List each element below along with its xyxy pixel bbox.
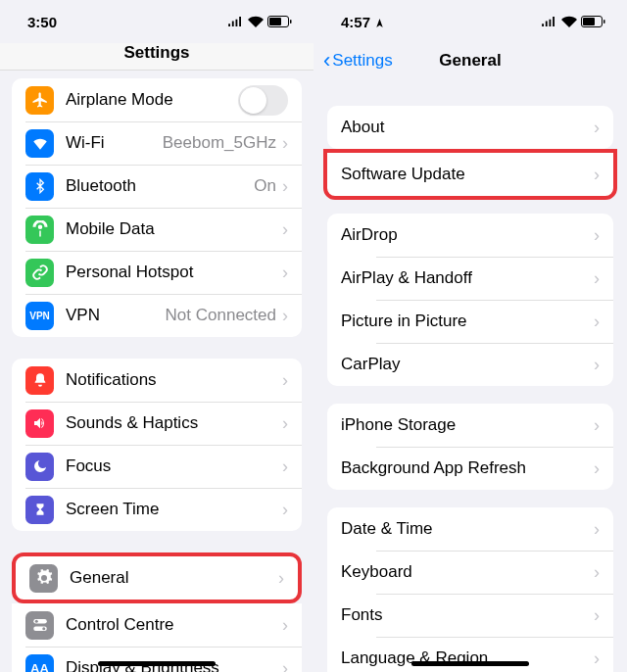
chevron-icon: › [282,370,288,391]
airplane-icon [25,86,54,115]
row-label: AirDrop [341,225,594,245]
chevron-icon: › [282,219,288,240]
chevron-icon: › [594,458,600,479]
chevron-icon: › [594,165,600,185]
chevron-icon: › [594,118,600,138]
control-centre-row[interactable]: Control Centre › [12,603,302,647]
general-list[interactable]: About › Software Update › AirDrop› AirPl… [314,78,627,672]
chevron-icon: › [594,648,600,669]
screentime-row[interactable]: Screen Time › [12,488,302,531]
software-update-highlight: Software Update › [323,149,617,200]
row-label: Notifications [66,370,282,390]
page-title: Settings [0,43,314,71]
svg-point-6 [42,627,45,630]
airplane-toggle[interactable] [238,85,288,116]
gear-icon [29,564,58,593]
sounds-row[interactable]: Sounds & Haptics › [12,402,302,445]
bell-icon [25,366,54,395]
wifi-row[interactable]: Wi-Fi Beebom_5GHz › [12,121,302,165]
status-icons [227,16,292,27]
fonts-row[interactable]: Fonts› [327,594,613,637]
row-value: Beebom_5GHz [163,133,276,153]
back-label: Settings [332,51,392,71]
row-label: Sounds & Haptics [66,413,282,433]
pip-row[interactable]: Picture in Picture› [327,300,613,343]
hotspot-row[interactable]: Personal Hotspot › [12,251,302,294]
background-refresh-row[interactable]: Background App Refresh› [327,447,613,490]
hourglass-icon [25,496,54,524]
row-label: Picture in Picture [341,312,594,331]
row-label: AirPlay & Handoff [341,268,594,288]
row-label: Personal Hotspot [66,263,282,282]
chevron-icon: › [594,415,600,436]
row-label: Keyboard [341,562,594,582]
status-bar: 4:57 [314,0,627,43]
svg-rect-2 [290,20,292,24]
row-label: Background App Refresh [341,458,594,478]
row-label: Focus [66,456,282,476]
home-indicator[interactable] [411,661,529,666]
mobile-data-row[interactable]: Mobile Data › [12,208,302,251]
chevron-left-icon: ‹ [323,50,330,72]
airplane-mode-row[interactable]: Airplane Mode [12,78,302,121]
datetime-row[interactable]: Date & Time› [327,507,613,551]
about-row[interactable]: About › [327,106,613,149]
row-label: Airplane Mode [66,90,238,110]
antenna-icon [25,216,54,244]
chevron-icon: › [282,615,288,636]
row-label: VPN [66,306,166,325]
aa-icon: AA [25,654,54,673]
chevron-icon: › [278,568,284,589]
row-value: Not Connected [166,306,276,325]
svg-rect-20 [583,18,595,25]
chevron-icon: › [594,562,600,583]
svg-rect-1 [269,18,281,25]
home-indicator[interactable] [98,661,216,666]
language-row[interactable]: Language & Region› [327,637,613,672]
general-row[interactable]: General › [16,556,298,600]
keyboard-row[interactable]: Keyboard› [327,551,613,594]
status-time: 3:50 [27,14,57,30]
settings-list[interactable]: Airplane Mode Wi-Fi Beebom_5GHz › Blueto… [0,71,314,672]
moon-icon [25,453,54,481]
bluetooth-icon [25,172,54,201]
software-update-row[interactable]: Software Update › [327,153,613,196]
chevron-icon: › [282,413,288,434]
focus-row[interactable]: Focus › [12,445,302,488]
chevron-icon: › [282,133,288,154]
row-label: Screen Time [66,500,282,519]
wifi-icon [25,129,54,158]
settings-screen: 3:50 Settings Airplane Mode Wi-Fi Beebom… [0,0,314,672]
row-label: About [341,118,594,137]
locale-group: Date & Time› Keyboard› Fonts› Language &… [327,507,613,672]
chevron-icon: › [282,456,288,477]
row-label: Fonts [341,605,594,625]
svg-point-5 [34,620,37,623]
general-highlight: General › [12,552,302,603]
chevron-icon: › [282,500,288,520]
bluetooth-row[interactable]: Bluetooth On › [12,165,302,208]
row-label: Software Update [341,165,594,184]
nav-bar: ‹ Settings General [314,43,627,78]
carplay-row[interactable]: CarPlay› [327,343,613,386]
row-label: Date & Time [341,519,594,539]
airplay-row[interactable]: AirPlay & Handoff› [327,257,613,300]
speaker-icon [25,409,54,438]
vpn-row[interactable]: VPN VPN Not Connected › [12,294,302,337]
link-icon [25,259,54,287]
airdrop-row[interactable]: AirDrop› [327,214,613,257]
chevron-icon: › [594,268,600,289]
chevron-icon: › [594,605,600,626]
back-button[interactable]: ‹ Settings [323,50,393,72]
row-label: CarPlay [341,355,594,374]
chevron-icon: › [594,312,600,332]
connectivity-group: Airplane Mode Wi-Fi Beebom_5GHz › Blueto… [12,78,302,337]
svg-rect-21 [603,20,605,24]
row-label: Wi-Fi [66,133,163,153]
display-row[interactable]: AA Display & Brightness › [12,647,302,672]
row-label: Bluetooth [66,176,254,196]
notifications-row[interactable]: Notifications › [12,359,302,402]
vpn-icon: VPN [25,302,54,330]
chevron-icon: › [282,306,288,326]
storage-row[interactable]: iPhone Storage› [327,404,613,447]
